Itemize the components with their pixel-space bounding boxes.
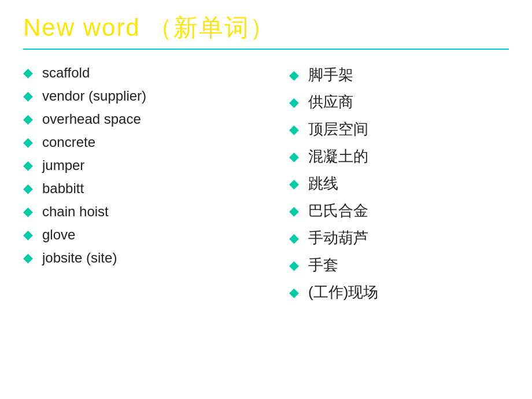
english-word: vendor (supplier) <box>42 88 146 104</box>
chinese-word: 手套 <box>308 255 338 275</box>
vocab-item-chinese: ◆混凝土的 <box>289 143 509 170</box>
vocab-item-chinese: ◆跳线 <box>289 170 509 197</box>
title-section: New word （新单词） <box>23 12 509 44</box>
vocab-item: ◆scaffold <box>23 61 254 84</box>
bullet-icon: ◆ <box>289 204 299 219</box>
vocab-item: ◆jumper <box>23 154 254 177</box>
vocab-item-chinese: ◆顶层空间 <box>289 116 509 143</box>
bullet-icon: ◆ <box>23 227 33 242</box>
vocab-item: ◆concrete <box>23 131 254 154</box>
vocab-item-chinese: ◆巴氏合金 <box>289 197 509 224</box>
english-word: babbitt <box>42 180 84 197</box>
vocab-item: ◆jobsite (site) <box>23 246 254 269</box>
bullet-icon: ◆ <box>289 258 299 273</box>
right-column: ◆脚手架◆供应商◆顶层空间◆混凝土的◆跳线◆巴氏合金◆手动葫芦◆手套◆(工作)现… <box>266 61 509 306</box>
english-word: jobsite (site) <box>42 250 117 266</box>
vocab-grid: ◆scaffold◆vendor (supplier)◆overhead spa… <box>23 61 509 306</box>
bullet-icon: ◆ <box>23 181 33 196</box>
chinese-word: 混凝土的 <box>308 146 368 167</box>
english-word: concrete <box>42 134 95 150</box>
page: New word （新单词） ◆scaffold◆vendor (supplie… <box>0 0 532 399</box>
chinese-word: 手动葫芦 <box>308 228 368 248</box>
chinese-word: (工作)现场 <box>308 282 378 302</box>
chinese-word: 供应商 <box>308 92 353 112</box>
chinese-word: 脚手架 <box>308 65 353 85</box>
vocab-item: ◆glove <box>23 223 254 246</box>
vocab-item-chinese: ◆(工作)现场 <box>289 279 509 306</box>
english-word: scaffold <box>42 65 90 81</box>
bullet-icon: ◆ <box>23 158 33 173</box>
bullet-icon: ◆ <box>289 149 299 164</box>
english-word: jumper <box>42 157 84 173</box>
bullet-icon: ◆ <box>23 65 33 80</box>
title-divider <box>23 49 509 50</box>
bullet-icon: ◆ <box>23 135 33 150</box>
page-title: New word （新单词） <box>23 12 509 44</box>
vocab-item: ◆overhead space <box>23 108 254 131</box>
bullet-icon: ◆ <box>23 112 33 127</box>
bullet-icon: ◆ <box>289 95 299 110</box>
bullet-icon: ◆ <box>289 122 299 137</box>
bullet-icon: ◆ <box>289 231 299 246</box>
vocab-item-chinese: ◆手套 <box>289 252 509 279</box>
chinese-word: 顶层空间 <box>308 119 368 139</box>
bullet-icon: ◆ <box>23 204 33 219</box>
vocab-item-chinese: ◆脚手架 <box>289 61 509 88</box>
english-word: glove <box>42 227 75 243</box>
left-column: ◆scaffold◆vendor (supplier)◆overhead spa… <box>23 61 266 306</box>
bullet-icon: ◆ <box>289 68 299 83</box>
chinese-word: 巴氏合金 <box>308 201 368 221</box>
vocab-item: ◆babbitt <box>23 177 254 200</box>
vocab-item: ◆chain hoist <box>23 200 254 223</box>
vocab-item-chinese: ◆供应商 <box>289 88 509 116</box>
english-word: chain hoist <box>42 204 109 220</box>
vocab-item-chinese: ◆手动葫芦 <box>289 224 509 252</box>
bullet-icon: ◆ <box>289 176 299 191</box>
bullet-icon: ◆ <box>23 250 33 265</box>
vocab-item: ◆vendor (supplier) <box>23 84 254 108</box>
bullet-icon: ◆ <box>289 285 299 300</box>
english-word: overhead space <box>42 111 141 127</box>
bullet-icon: ◆ <box>23 88 33 104</box>
chinese-word: 跳线 <box>308 173 338 194</box>
